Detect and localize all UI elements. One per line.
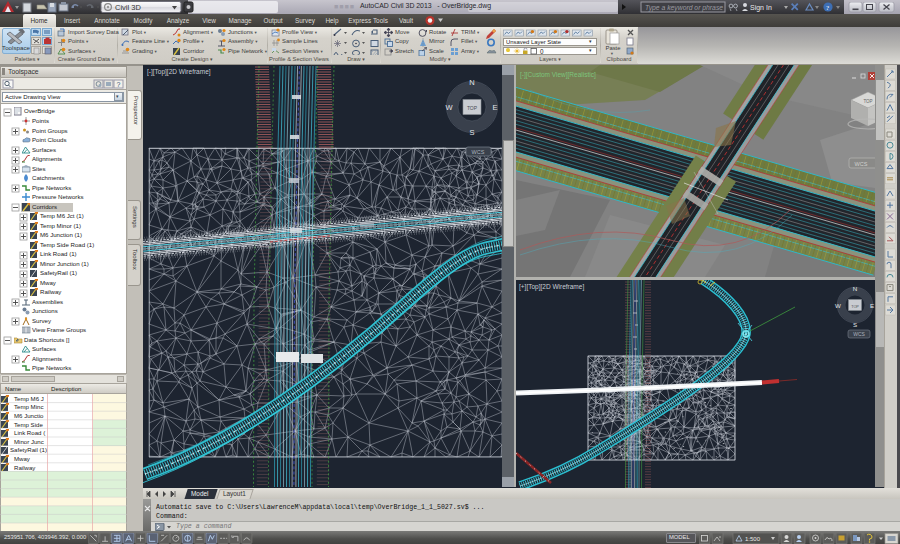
- svg-text:[-][Custom View][Realistic]: [-][Custom View][Realistic]: [520, 71, 596, 79]
- svg-text:N: N: [469, 78, 474, 87]
- svg-text:TOP: TOP: [863, 99, 872, 104]
- svg-text:0: 0: [540, 48, 544, 55]
- svg-text:N: N: [853, 285, 857, 292]
- svg-text:Sign In: Sign In: [750, 4, 772, 12]
- svg-text:?: ?: [117, 81, 121, 88]
- svg-text:WCS: WCS: [853, 331, 865, 337]
- svg-text:[+][Top][2D Wireframe]: [+][Top][2D Wireframe]: [519, 283, 584, 291]
- svg-text:[-][Top][2D Wireframe]: [-][Top][2D Wireframe]: [147, 68, 211, 76]
- svg-text:?: ?: [826, 4, 829, 12]
- svg-text:Type a keyword or phrase: Type a keyword or phrase: [645, 4, 723, 12]
- svg-text:S: S: [469, 128, 474, 137]
- svg-text:WCS: WCS: [472, 149, 485, 155]
- svg-text:E: E: [870, 301, 874, 308]
- svg-text:E: E: [492, 103, 497, 112]
- svg-text:Civil 3D: Civil 3D: [115, 3, 141, 12]
- svg-text:TOP: TOP: [851, 304, 859, 308]
- svg-text:1:500: 1:500: [745, 536, 761, 542]
- svg-text:TOP: TOP: [467, 105, 478, 111]
- svg-text:W: W: [445, 103, 453, 112]
- svg-text:WCS: WCS: [855, 161, 868, 167]
- svg-text:W: W: [835, 301, 841, 308]
- svg-text:S: S: [853, 320, 857, 327]
